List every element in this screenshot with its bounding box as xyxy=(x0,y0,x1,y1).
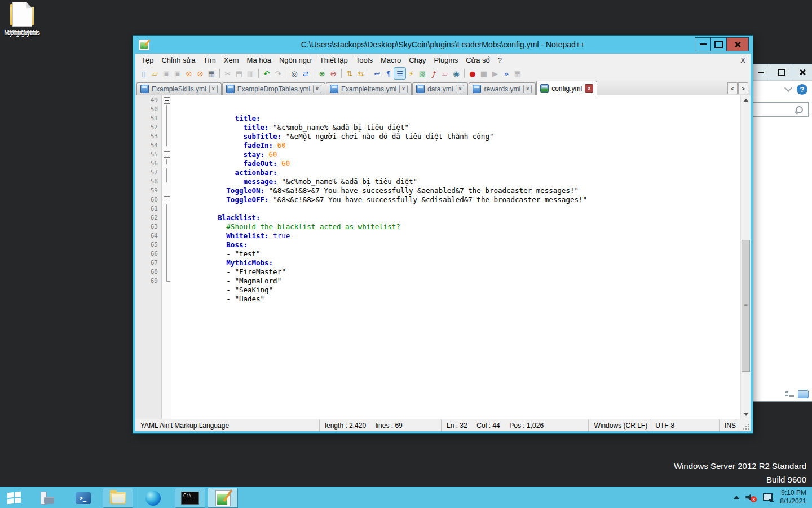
show-paragraph-button[interactable]: ¶ xyxy=(383,68,394,79)
open-file-button[interactable]: ▱ xyxy=(149,68,161,79)
tab-exampleskills-yml[interactable]: ExampleSkills.yml x xyxy=(136,82,222,95)
sync-horizontal-button[interactable]: ⇆ xyxy=(355,68,367,79)
menu-chay[interactable]: Chạy xyxy=(405,55,430,65)
status-encoding[interactable]: UTF-8 xyxy=(650,419,720,431)
fold-marker[interactable] xyxy=(162,195,175,204)
code-line[interactable]: 68 - "SeaKing" xyxy=(135,268,741,277)
run-macro-multiple-button[interactable]: » xyxy=(501,68,512,79)
fold-marker[interactable] xyxy=(162,114,175,123)
menu-ngon-ngu[interactable]: Ngôn ngữ xyxy=(275,55,316,65)
code-line[interactable]: 64 - "test" xyxy=(135,231,741,240)
tab-close-button[interactable]: x xyxy=(523,85,532,93)
find-button[interactable]: ◎ xyxy=(289,68,300,79)
menu-cua-so[interactable]: Cửa sổ xyxy=(462,55,494,65)
code-line[interactable]: 67 - "MagmaLord" xyxy=(135,259,741,268)
menu-macro[interactable]: Macro xyxy=(377,55,405,65)
document-monitor-button[interactable]: ◉ xyxy=(451,68,462,79)
tab-close-button[interactable]: x xyxy=(399,85,408,93)
code-line[interactable]: 52 fadeIn: 60 xyxy=(135,123,741,132)
fold-marker[interactable] xyxy=(162,204,175,213)
file-explorer-button[interactable] xyxy=(103,488,133,508)
new-file-button[interactable]: ▯ xyxy=(138,68,149,79)
toolbar-separator[interactable] xyxy=(256,68,261,79)
fold-marker[interactable] xyxy=(162,159,175,168)
details-view-icon[interactable] xyxy=(785,391,794,397)
chevron-down-icon[interactable] xyxy=(784,84,792,92)
function-list-button[interactable]: ƒ xyxy=(428,68,439,79)
code-line[interactable]: 58 ToggleOFF: "&8<&c!&8>&7 You have succ… xyxy=(135,177,741,186)
fold-marker[interactable] xyxy=(162,150,175,159)
tab-scroll-left-button[interactable]: < xyxy=(727,82,738,94)
user-language-button[interactable]: ⚡ xyxy=(405,68,417,79)
server-manager-button[interactable] xyxy=(34,487,60,508)
save-button[interactable]: ▣ xyxy=(161,68,172,79)
redo-button[interactable]: ↷ xyxy=(272,68,284,79)
toolbar-separator[interactable] xyxy=(311,68,316,79)
thumbnails-view-icon[interactable] xyxy=(798,390,809,398)
fold-marker[interactable] xyxy=(162,168,175,177)
fold-marker[interactable] xyxy=(162,240,175,249)
status-eol[interactable]: Windows (CR LF) xyxy=(589,419,650,431)
notepadpp-taskbar-button[interactable] xyxy=(208,488,238,508)
show-hidden-icons-button[interactable] xyxy=(734,496,739,499)
toolbar-separator[interactable] xyxy=(339,68,344,79)
menu-chinh-sua[interactable]: Chỉnh sửa xyxy=(157,55,199,65)
resize-grip[interactable] xyxy=(736,419,751,431)
fold-marker[interactable] xyxy=(162,259,175,268)
code-line[interactable]: 62 Whitelist: true xyxy=(135,213,741,222)
sync-vertical-button[interactable]: ⇅ xyxy=(344,68,355,79)
fold-marker[interactable] xyxy=(162,231,175,240)
vertical-scrollbar[interactable] xyxy=(740,95,751,419)
search-input[interactable] xyxy=(748,102,809,117)
save-macro-button[interactable]: ▦ xyxy=(512,68,523,79)
maximize-button[interactable] xyxy=(710,38,726,51)
replace-button[interactable]: ⇄ xyxy=(300,68,311,79)
tab-data-yml[interactable]: data.yml x xyxy=(412,82,468,95)
minimize-button[interactable] xyxy=(695,38,710,51)
save-all-button[interactable]: ▣ xyxy=(172,68,183,79)
zoom-in-button[interactable]: ⊕ xyxy=(316,68,328,79)
fold-marker[interactable] xyxy=(162,213,175,222)
fold-marker[interactable] xyxy=(162,177,175,186)
menu-xem[interactable]: Xem xyxy=(220,55,243,65)
close-file-button[interactable]: ⊘ xyxy=(183,68,195,79)
powershell-button[interactable] xyxy=(70,487,96,508)
explorer-maximize-button[interactable] xyxy=(771,64,792,80)
start-button[interactable] xyxy=(0,487,28,508)
tab-scroll-right-button[interactable]: > xyxy=(738,82,748,94)
code-line[interactable]: 57 ToggleON: "&8<&a!&8>&7 You have succe… xyxy=(135,168,741,177)
code-line[interactable]: 69 - "Hades" xyxy=(135,277,741,286)
fold-marker[interactable] xyxy=(162,132,175,141)
tab-config-yml[interactable]: config.yml x xyxy=(536,81,597,95)
code-line[interactable]: 66 - "FireMaster" xyxy=(135,249,741,259)
document-map-button[interactable]: ▧ xyxy=(417,68,428,79)
clock[interactable]: 9:10 PM 8/1/2021 xyxy=(780,489,806,506)
network-icon[interactable] xyxy=(763,493,774,502)
menu-help[interactable]: ? xyxy=(494,55,506,65)
fold-marker[interactable] xyxy=(162,277,175,286)
fold-marker[interactable] xyxy=(162,141,175,150)
close-button[interactable] xyxy=(726,38,748,51)
scrollbar-thumb[interactable] xyxy=(742,240,750,372)
desktop-icon-config-yml[interactable]: config.yml xyxy=(1,0,43,37)
tab-exampleitems-yml[interactable]: ExampleItems.yml x xyxy=(326,82,412,95)
print-button[interactable]: ▦ xyxy=(206,68,217,79)
code-line[interactable]: 63 Boss: xyxy=(135,222,741,231)
zoom-out-button[interactable]: ⊖ xyxy=(328,68,339,79)
paste-button[interactable]: ▥ xyxy=(245,68,256,79)
fold-marker[interactable] xyxy=(162,96,175,105)
tab-close-button[interactable]: x xyxy=(585,84,593,93)
code-line[interactable]: 61 #Should the blacklist acted as whitel… xyxy=(135,204,741,213)
code-line[interactable]: 55 actionbar: xyxy=(135,150,741,159)
menu-tim[interactable]: Tìm xyxy=(199,55,219,65)
code-line[interactable]: 50 title: "&c%mob_name% &ađã bị tiêu diệ… xyxy=(135,105,741,114)
editor-area[interactable]: 49 title: 50 title: "&c%mob_name% &ađã b… xyxy=(135,95,751,419)
fold-marker[interactable] xyxy=(162,186,175,195)
code-line[interactable]: 65 MythicMobs: xyxy=(135,240,741,249)
code-line[interactable]: 54 fadeOut: 60 xyxy=(135,141,741,150)
toolbar-separator[interactable] xyxy=(367,68,372,79)
tab-rewards-yml[interactable]: rewards.yml x xyxy=(469,82,536,95)
code-line[interactable]: 51 subTitle: "&eMột người chơi nào đó đã… xyxy=(135,114,741,123)
status-insert-mode[interactable]: INS xyxy=(720,419,736,431)
edge-button[interactable] xyxy=(140,487,166,508)
